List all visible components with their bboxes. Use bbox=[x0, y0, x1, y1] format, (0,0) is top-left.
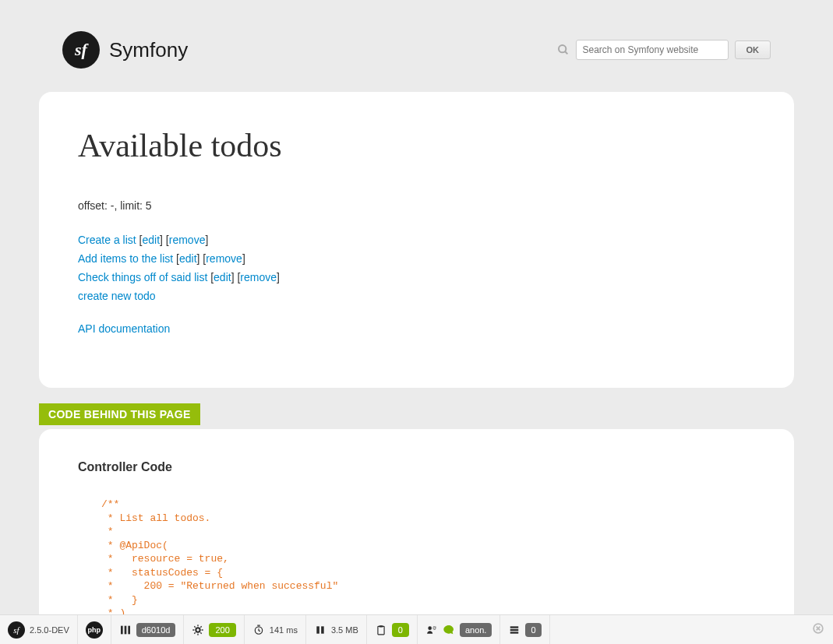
page-title: Available todos bbox=[78, 127, 755, 164]
svg-point-11 bbox=[428, 626, 432, 630]
list-item: Add items to the list [edit] [remove] bbox=[78, 252, 755, 265]
close-toolbar-icon[interactable] bbox=[803, 623, 833, 637]
remove-link[interactable]: remove bbox=[206, 252, 242, 265]
ok-button[interactable]: OK bbox=[735, 40, 771, 59]
todo-link[interactable]: Check things off of said list bbox=[78, 271, 207, 283]
svg-text:@: @ bbox=[432, 625, 436, 629]
svg-rect-4 bbox=[128, 625, 130, 634]
svg-rect-15 bbox=[510, 632, 519, 633]
svg-rect-9 bbox=[378, 626, 384, 635]
search-input[interactable] bbox=[576, 40, 729, 60]
clock-icon bbox=[252, 624, 265, 636]
svg-rect-7 bbox=[316, 626, 319, 633]
tb-php[interactable]: php bbox=[78, 615, 111, 644]
svg-rect-13 bbox=[510, 626, 519, 628]
tb-db[interactable]: 0 bbox=[500, 615, 549, 644]
code-section-label: CODE BEHIND THIS PAGE bbox=[39, 403, 200, 425]
tb-user[interactable]: @ anon. bbox=[418, 615, 501, 644]
symfony-logo[interactable]: sf Symfony bbox=[62, 31, 188, 69]
search-icon bbox=[557, 44, 570, 56]
tb-time[interactable]: 141 ms bbox=[245, 615, 306, 644]
svg-point-5 bbox=[196, 628, 200, 632]
db-icon bbox=[508, 624, 521, 636]
clipboard-icon bbox=[375, 624, 387, 636]
speech-icon bbox=[443, 624, 455, 636]
svg-rect-14 bbox=[510, 628, 519, 630]
list-item: API documentation bbox=[78, 322, 755, 335]
search-area: OK bbox=[557, 40, 771, 60]
list-item: Check things off of said list [edit] [re… bbox=[78, 271, 755, 283]
create-new-link[interactable]: create new todo bbox=[78, 290, 156, 302]
list-item: Create a list [edit] [remove] bbox=[78, 234, 755, 246]
tb-forms[interactable]: 0 bbox=[367, 615, 418, 644]
tb-version[interactable]: sf 2.5.0-DEV bbox=[0, 615, 78, 644]
tb-memory[interactable]: 3.5 MB bbox=[306, 615, 367, 644]
tb-route[interactable]: d6010d bbox=[111, 615, 185, 644]
svg-rect-10 bbox=[379, 625, 383, 627]
main-card: Available todos offset: -, limit: 5 Crea… bbox=[39, 92, 794, 388]
code-card: Controller Code /** * List all todos. * … bbox=[39, 429, 794, 644]
php-icon: php bbox=[86, 621, 103, 639]
symfony-small-icon: sf bbox=[8, 621, 25, 639]
gear-icon bbox=[192, 624, 204, 636]
symfony-icon: sf bbox=[62, 31, 100, 69]
remove-link[interactable]: remove bbox=[240, 271, 277, 283]
logo-text: Symfony bbox=[109, 38, 188, 62]
edit-link[interactable]: edit bbox=[214, 271, 231, 283]
api-doc-link[interactable]: API documentation bbox=[78, 322, 170, 335]
edit-link[interactable]: edit bbox=[142, 234, 160, 246]
edit-link[interactable]: edit bbox=[179, 252, 197, 265]
debug-toolbar: sf 2.5.0-DEV php d6010d 200 141 ms 3.5 M… bbox=[0, 614, 833, 644]
controller-code: /** * List all todos. * * @ApiDoc( * res… bbox=[78, 498, 755, 621]
todo-link[interactable]: Add items to the list bbox=[78, 252, 173, 265]
remove-link[interactable]: remove bbox=[169, 234, 206, 246]
pagination-info: offset: -, limit: 5 bbox=[78, 199, 755, 212]
todo-link[interactable]: Create a list bbox=[78, 234, 136, 246]
svg-rect-2 bbox=[121, 625, 123, 634]
list-item: create new todo bbox=[78, 290, 755, 302]
code-heading: Controller Code bbox=[78, 460, 755, 474]
memory-icon bbox=[314, 624, 326, 636]
svg-line-1 bbox=[565, 51, 567, 54]
svg-rect-3 bbox=[124, 625, 126, 634]
route-icon bbox=[119, 624, 132, 636]
svg-rect-8 bbox=[321, 626, 324, 633]
user-icon: @ bbox=[425, 624, 438, 636]
tb-status[interactable]: 200 bbox=[184, 615, 244, 644]
svg-point-0 bbox=[559, 45, 566, 52]
